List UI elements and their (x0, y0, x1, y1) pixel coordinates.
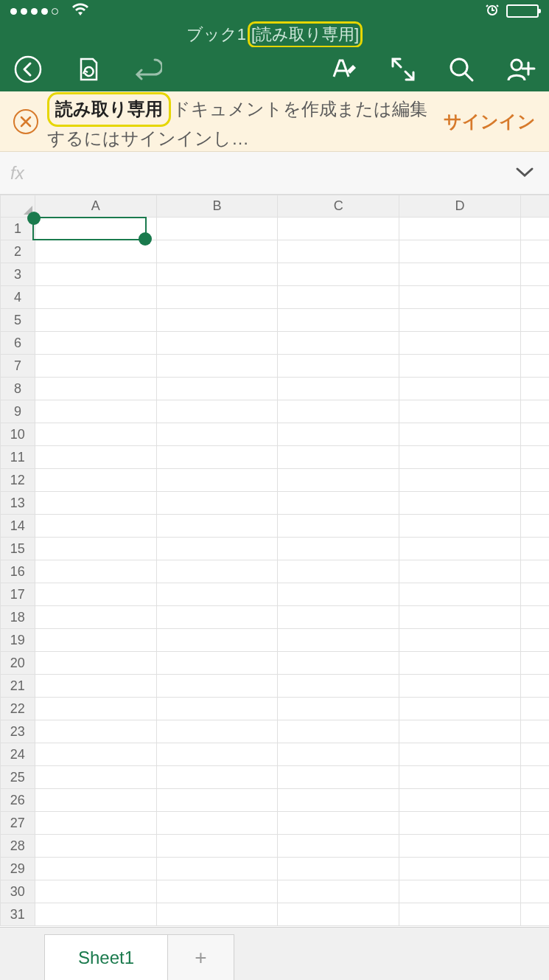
cell[interactable] (156, 515, 278, 538)
cell[interactable] (278, 263, 399, 286)
row-header[interactable]: 8 (1, 378, 35, 400)
cell[interactable] (520, 903, 549, 926)
cell[interactable] (278, 652, 399, 675)
cell[interactable] (520, 720, 549, 743)
cell[interactable] (399, 720, 521, 743)
cell[interactable] (156, 560, 278, 583)
cell[interactable] (278, 606, 399, 629)
cell[interactable] (278, 538, 399, 560)
column-header[interactable] (520, 195, 549, 218)
sheet-tab-active[interactable]: Sheet1 (44, 934, 168, 980)
cell[interactable] (399, 309, 521, 332)
cell[interactable] (520, 469, 549, 492)
row-header[interactable]: 1 (1, 218, 35, 240)
cell[interactable] (156, 218, 278, 240)
row-header[interactable]: 14 (1, 515, 35, 538)
cell[interactable] (35, 880, 156, 903)
cell[interactable] (399, 789, 521, 812)
cell[interactable] (278, 240, 399, 263)
cell[interactable] (520, 240, 549, 263)
file-sync-button[interactable] (74, 55, 102, 83)
cell[interactable] (399, 446, 521, 469)
cell[interactable] (278, 400, 399, 423)
cell[interactable] (35, 332, 156, 355)
row-header[interactable]: 15 (1, 538, 35, 560)
format-button[interactable] (329, 55, 359, 84)
cell[interactable] (278, 332, 399, 355)
cell[interactable] (399, 218, 521, 240)
cell[interactable] (156, 743, 278, 766)
cell[interactable] (278, 218, 399, 240)
cell[interactable] (156, 812, 278, 835)
cell[interactable] (399, 263, 521, 286)
column-header[interactable]: C (278, 195, 399, 218)
row-header[interactable]: 6 (1, 332, 35, 355)
cell[interactable] (156, 835, 278, 858)
cell[interactable] (278, 355, 399, 378)
cell[interactable] (35, 858, 156, 880)
share-button[interactable] (506, 55, 536, 83)
cell[interactable] (399, 423, 521, 446)
cell[interactable] (520, 789, 549, 812)
cell[interactable] (520, 378, 549, 400)
cell[interactable] (156, 378, 278, 400)
search-button[interactable] (447, 55, 475, 83)
cell[interactable] (278, 378, 399, 400)
cell[interactable] (35, 812, 156, 835)
cell[interactable] (399, 583, 521, 606)
cell[interactable] (156, 423, 278, 446)
select-all-corner[interactable] (1, 195, 35, 218)
banner-close-button[interactable] (13, 109, 38, 134)
cell[interactable] (399, 400, 521, 423)
cell[interactable] (520, 858, 549, 880)
row-header[interactable]: 17 (1, 583, 35, 606)
cell[interactable] (35, 903, 156, 926)
cell[interactable] (35, 629, 156, 652)
cell[interactable] (278, 286, 399, 309)
cell[interactable] (520, 446, 549, 469)
row-header[interactable]: 4 (1, 286, 35, 309)
row-header[interactable]: 29 (1, 858, 35, 880)
cell[interactable] (35, 698, 156, 720)
cell[interactable] (278, 835, 399, 858)
cell[interactable] (156, 263, 278, 286)
row-header[interactable]: 23 (1, 720, 35, 743)
cell[interactable] (520, 606, 549, 629)
cell[interactable] (278, 766, 399, 789)
cell[interactable] (35, 720, 156, 743)
cell[interactable] (399, 355, 521, 378)
cell[interactable] (399, 629, 521, 652)
row-header[interactable]: 28 (1, 835, 35, 858)
row-header[interactable]: 20 (1, 652, 35, 675)
cell[interactable] (278, 492, 399, 515)
cell[interactable] (520, 423, 549, 446)
cell[interactable] (278, 698, 399, 720)
column-header[interactable]: A (35, 195, 156, 218)
cell[interactable] (520, 743, 549, 766)
cell[interactable] (278, 583, 399, 606)
cell[interactable] (520, 812, 549, 835)
cell[interactable] (156, 492, 278, 515)
row-header[interactable]: 7 (1, 355, 35, 378)
row-header[interactable]: 27 (1, 812, 35, 835)
cell[interactable] (35, 652, 156, 675)
cell[interactable] (278, 743, 399, 766)
cell[interactable] (520, 515, 549, 538)
cell[interactable] (520, 218, 549, 240)
cell[interactable] (156, 240, 278, 263)
cell[interactable] (35, 766, 156, 789)
cell[interactable] (35, 492, 156, 515)
cell[interactable] (278, 446, 399, 469)
cell[interactable] (520, 629, 549, 652)
cell[interactable] (399, 240, 521, 263)
cell[interactable] (156, 903, 278, 926)
cell[interactable] (278, 880, 399, 903)
cell[interactable] (278, 423, 399, 446)
cell[interactable] (399, 858, 521, 880)
cell[interactable] (35, 583, 156, 606)
cell[interactable] (156, 286, 278, 309)
cell[interactable] (399, 812, 521, 835)
row-header[interactable]: 12 (1, 469, 35, 492)
cell[interactable] (520, 698, 549, 720)
row-header[interactable]: 5 (1, 309, 35, 332)
